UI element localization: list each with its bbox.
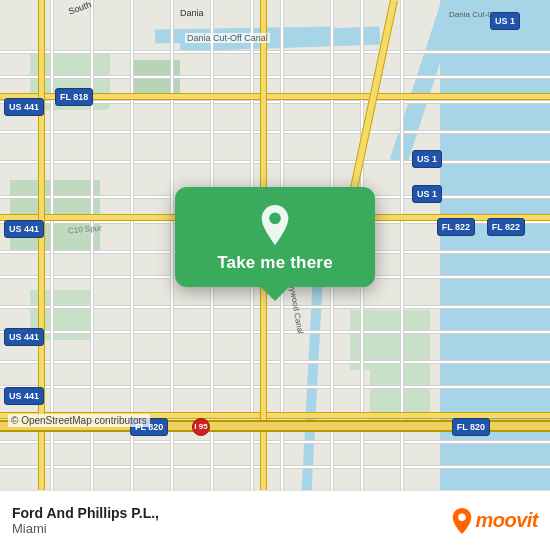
road-badge-us1-mid: US 1 bbox=[412, 150, 442, 168]
road-badge-us1-mid2: US 1 bbox=[412, 185, 442, 203]
road-badge-fl820-2: FL 820 bbox=[452, 418, 490, 436]
road bbox=[0, 160, 550, 164]
road-label-dania-city: Dania bbox=[180, 8, 204, 18]
road-badge-us441-2: US 441 bbox=[4, 220, 44, 238]
road bbox=[0, 360, 550, 364]
road-badge-us1: US 1 bbox=[490, 12, 520, 30]
road bbox=[0, 385, 550, 389]
location-city: Miami bbox=[12, 521, 159, 536]
road-badge-fl818: FL 818 bbox=[55, 88, 93, 106]
road bbox=[0, 305, 550, 309]
road bbox=[0, 75, 550, 79]
road bbox=[0, 130, 550, 134]
location-pin-icon bbox=[255, 205, 295, 245]
road bbox=[0, 440, 550, 444]
bottom-bar: Ford And Phillips P.L., Miami moovit bbox=[0, 490, 550, 550]
moovit-text: moovit bbox=[475, 509, 538, 532]
osm-attribution: © OpenStreetMap contributors bbox=[8, 414, 150, 427]
svg-point-1 bbox=[459, 513, 466, 520]
road-badge-us441-3: US 441 bbox=[4, 328, 44, 346]
road-badge-fl822-2: FL 822 bbox=[487, 218, 525, 236]
road-badge-us441: US 441 bbox=[4, 98, 44, 116]
road bbox=[0, 50, 550, 54]
popup-button-label[interactable]: Take me there bbox=[217, 253, 333, 273]
road bbox=[0, 330, 550, 334]
moovit-logo: moovit bbox=[451, 508, 538, 534]
road-badge-us441-4: US 441 bbox=[4, 387, 44, 405]
road-label-dania: Dania Cut-Off Canal bbox=[185, 33, 270, 43]
moovit-pin-icon bbox=[451, 508, 473, 534]
road-badge-i95: I 95 bbox=[192, 418, 210, 436]
svg-point-0 bbox=[269, 213, 281, 225]
location-name: Ford And Phillips P.L., bbox=[12, 505, 159, 521]
location-info: Ford And Phillips P.L., Miami bbox=[12, 505, 159, 536]
road bbox=[0, 465, 550, 469]
road-badge-fl822: FL 822 bbox=[437, 218, 475, 236]
map: US 1 FL 818 US 441 US 1 US 1 FL 822 FL 8… bbox=[0, 0, 550, 490]
popup-card[interactable]: Take me there bbox=[175, 187, 375, 287]
